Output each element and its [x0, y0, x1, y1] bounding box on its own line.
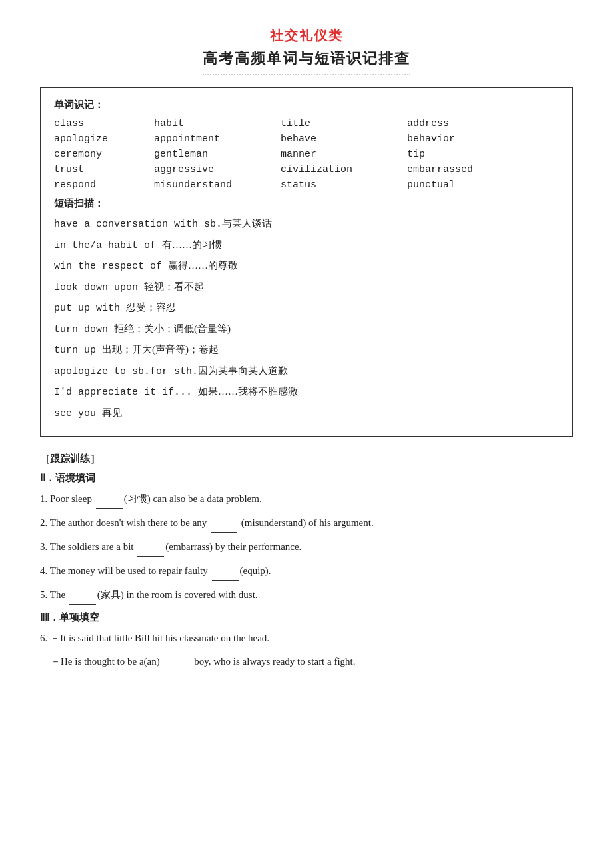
word-row-1: class habit title address — [54, 118, 559, 129]
phrase-3-zh: 赢得……的尊敬 — [168, 260, 238, 271]
phrase-10: see you 再见 — [54, 405, 559, 423]
ex6-num: 6. — [40, 633, 47, 643]
phrase-8: apologize to sb.for sth.因为某事向某人道歉 — [54, 363, 559, 381]
phrase-7-en: turn up — [54, 345, 102, 356]
exercise-6: 6. －It is said that little Bill hit his … — [40, 629, 573, 647]
word-gentleman: gentleman — [154, 149, 274, 160]
ex4-text: The money will be used to repair faulty … — [50, 565, 271, 576]
word-grid: class habit title address apologize appo… — [54, 118, 559, 191]
phrase-7-zh: 出现；开大(声音等)；卷起 — [102, 344, 219, 355]
exercise-2: 2. The author doesn't wish there to be a… — [40, 514, 573, 533]
phrase-6: turn down 拒绝；关小；调低(音量等) — [54, 321, 559, 339]
word-section-label: 单词识记： — [54, 99, 559, 111]
ex3-text: The soldiers are a bit (embarrass) by th… — [50, 541, 302, 552]
word-row-3: ceremony gentleman manner tip — [54, 149, 559, 160]
word-manner: manner — [281, 149, 400, 160]
ex5-blank — [69, 586, 96, 605]
phrase-5: put up with 忍受；容忍 — [54, 299, 559, 317]
ex3-num: 3. — [40, 541, 47, 552]
phrase-3-en: win the respect of — [54, 261, 168, 272]
category-title: 社交礼仪类 — [40, 27, 573, 45]
ex6-line1: －It is said that little Bill hit his cla… — [50, 633, 269, 643]
word-tip: tip — [407, 149, 500, 160]
phrase-7: turn up 出现；开大(声音等)；卷起 — [54, 341, 559, 359]
ex1-text: Poor sleep (习惯) can also be a data probl… — [50, 493, 262, 504]
phrase-section-label: 短语扫描： — [54, 197, 559, 210]
ex6-blank — [163, 653, 190, 671]
phrase-4-en: look down upon — [54, 282, 144, 293]
word-appointment: appointment — [154, 133, 274, 145]
word-civilization: civilization — [281, 164, 400, 175]
phrase-2: in the/a habit of 有……的习惯 — [54, 237, 559, 255]
ex4-num: 4. — [40, 565, 47, 576]
ex2-num: 2. — [40, 517, 47, 528]
word-behave: behave — [281, 133, 400, 145]
phrase-4: look down upon 轻视；看不起 — [54, 279, 559, 297]
phrase-9: I'd appreciate it if... 如果……我将不胜感激 — [54, 383, 559, 401]
ex1-num: 1. — [40, 493, 47, 504]
ex5-num: 5. — [40, 589, 47, 600]
section2-text: Ⅱ．单项填空 — [45, 612, 99, 623]
word-misunderstand: misunderstand — [154, 179, 274, 191]
word-habit: habit — [154, 118, 274, 129]
vocab-box: 单词识记： class habit title address apologiz… — [40, 87, 573, 437]
word-punctual: punctual — [407, 179, 500, 191]
word-aggressive: aggressive — [154, 164, 274, 175]
word-status: status — [281, 179, 400, 191]
page-header: 社交礼仪类 高考高频单词与短语识记排查 — [40, 27, 573, 75]
word-address: address — [407, 118, 500, 129]
section2-roman: Ⅱ — [40, 612, 45, 623]
section2-label: ⅡⅡ．单项填空 — [40, 611, 573, 624]
phrase-5-zh: 忍受；容忍 — [126, 302, 176, 313]
phrase-2-zh: 有……的习惯 — [162, 239, 222, 250]
ex5-text: The (家具) in the room is covered with dus… — [50, 589, 258, 600]
word-class: class — [54, 118, 147, 129]
main-title: 高考高频单词与短语识记排查 — [203, 49, 410, 75]
exercise-4: 4. The money will be used to repair faul… — [40, 562, 573, 581]
phrase-1: have a conversation with sb.与某人谈话 — [54, 215, 559, 233]
word-behavior: behavior — [407, 133, 500, 145]
phrase-2-en: in the/a habit of — [54, 240, 162, 251]
exercise-6-line2: －He is thought to be a(an) boy, who is a… — [40, 653, 573, 671]
phrase-6-zh: 拒绝；关小；调低(音量等) — [114, 323, 231, 334]
word-respond: respond — [54, 179, 147, 191]
phrase-8-en: apologize to sb.for sth. — [54, 366, 198, 377]
ex2-text: The author doesn't wish there to be any … — [50, 517, 374, 528]
phrase-1-zh: 与某人谈话 — [222, 218, 272, 229]
exercise-header: ［跟踪训练］ — [40, 453, 573, 465]
ex4-blank — [212, 562, 239, 581]
exercise-3: 3. The soldiers are a bit (embarrass) by… — [40, 538, 573, 557]
phrase-list: have a conversation with sb.与某人谈话 in the… — [54, 215, 559, 422]
exercise-1: 1. Poor sleep (习惯) can also be a data pr… — [40, 490, 573, 509]
phrase-4-zh: 轻视；看不起 — [144, 281, 204, 292]
phrase-1-en: have a conversation with sb. — [54, 219, 222, 230]
ex1-blank — [96, 490, 123, 509]
phrase-10-zh: 再见 — [102, 407, 122, 418]
exercise-5: 5. The (家具) in the room is covered with … — [40, 586, 573, 605]
phrase-9-en: I'd appreciate it if... — [54, 387, 198, 398]
phrase-6-en: turn down — [54, 324, 114, 335]
word-title: title — [281, 118, 400, 129]
ex2-blank — [211, 514, 237, 533]
word-trust: trust — [54, 164, 147, 175]
word-row-5: respond misunderstand status punctual — [54, 179, 559, 191]
word-apologize: apologize — [54, 133, 147, 145]
ex3-blank — [137, 538, 164, 557]
phrase-8-zh: 因为某事向某人道歉 — [198, 365, 288, 376]
section1-label: ⅠⅠ．语境填词 — [40, 472, 573, 485]
page-container: 社交礼仪类 高考高频单词与短语识记排查 单词识记： class habit ti… — [40, 27, 573, 671]
exercises-section: ［跟踪训练］ ⅠⅠ．语境填词 1. Poor sleep (习惯) can al… — [40, 453, 573, 671]
word-embarrassed: embarrassed — [407, 164, 500, 175]
word-row-4: trust aggressive civilization embarrasse… — [54, 164, 559, 175]
phrase-9-zh: 如果……我将不胜感激 — [198, 386, 298, 397]
section1-text: Ⅰ．语境填词 — [43, 473, 95, 483]
phrase-3: win the respect of 赢得……的尊敬 — [54, 257, 559, 275]
ex6-line2-text: －He is thought to be a(an) boy, who is a… — [51, 656, 356, 667]
word-row-2: apologize appointment behave behavior — [54, 133, 559, 145]
word-ceremony: ceremony — [54, 149, 147, 160]
phrase-10-en: see you — [54, 408, 102, 419]
phrase-5-en: put up with — [54, 303, 126, 314]
